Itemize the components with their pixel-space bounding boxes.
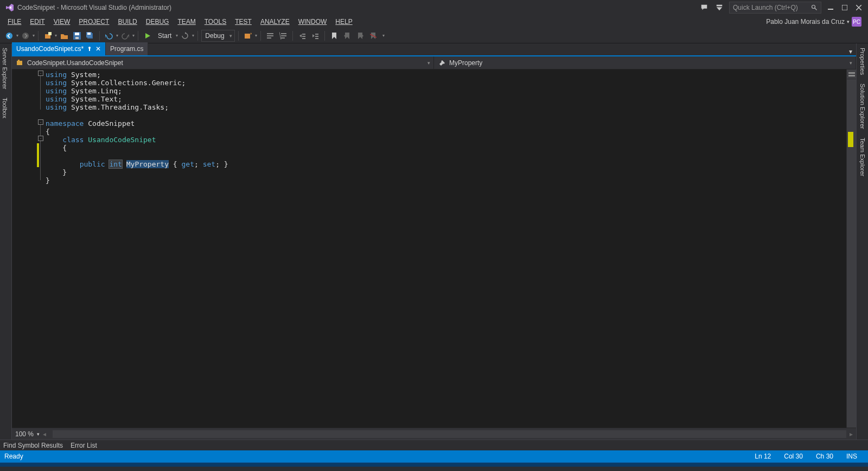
save-button[interactable] [71, 30, 83, 42]
document-tabs: UsandoCodeSnipet.cs* ✕ Program.cs ▾ [12, 43, 856, 56]
menu-tools[interactable]: TOOLS [200, 16, 231, 27]
menu-edit[interactable]: EDIT [25, 16, 49, 27]
split-handle-icon[interactable] [847, 69, 856, 79]
collapse-region-icon[interactable]: - [38, 136, 43, 141]
notifications-icon[interactable] [712, 1, 727, 14]
menu-project[interactable]: PROJECT [74, 16, 113, 27]
svg-rect-29 [315, 38, 318, 39]
svg-rect-15 [87, 33, 91, 35]
menu-build[interactable]: BUILD [113, 16, 141, 27]
solution-config-dropdown[interactable]: Debug [201, 30, 234, 42]
menu-analyze[interactable]: ANALYZE [256, 16, 294, 27]
svg-rect-9 [48, 32, 52, 35]
quick-launch-input[interactable]: Quick Launch (Ctrl+Q) [729, 2, 821, 14]
start-debug-button[interactable] [142, 30, 154, 42]
clear-bookmarks-icon[interactable] [367, 30, 379, 42]
minimize-button[interactable] [824, 1, 838, 14]
svg-rect-21 [281, 35, 286, 36]
menu-test[interactable]: TEST [231, 16, 256, 27]
scrollbar-change-marker [848, 132, 853, 147]
maximize-button[interactable] [838, 1, 852, 14]
status-ready: Ready [4, 453, 23, 460]
bookmark-icon[interactable] [328, 30, 340, 42]
collapse-region-icon[interactable]: - [38, 71, 43, 76]
svg-rect-20 [281, 33, 286, 34]
doc-tab-inactive[interactable]: Program.cs [106, 42, 148, 55]
doc-tab-active[interactable]: UsandoCodeSnipet.cs* ✕ [12, 42, 106, 55]
svg-point-0 [812, 5, 815, 9]
properties-tab[interactable]: Properties [858, 43, 867, 79]
error-list-tab[interactable]: Error List [71, 442, 97, 449]
indent-icon[interactable] [309, 30, 321, 42]
user-avatar: PC [852, 17, 861, 27]
menu-help[interactable]: HELP [331, 16, 356, 27]
nav-left-dropdown[interactable]: CodeSnippet.UsandoCodeSnipet [12, 56, 434, 69]
comment-out-icon[interactable] [264, 30, 276, 42]
start-label[interactable]: Start [155, 32, 175, 40]
bottom-panel-tabs: Find Symbol Results Error List [0, 440, 868, 450]
horizontal-scrollbar[interactable] [53, 430, 846, 438]
toolbox-tab[interactable]: Toolbox [0, 93, 11, 123]
outdent-icon[interactable] [296, 30, 308, 42]
prev-bookmark-icon[interactable] [341, 30, 353, 42]
quick-launch-placeholder: Quick Launch (Ctrl+Q) [733, 4, 798, 11]
code-editor[interactable]: - - - using System; using System.Collect… [12, 69, 856, 428]
property-icon [438, 59, 446, 67]
svg-rect-33 [17, 61, 22, 65]
menu-window[interactable]: WINDOW [294, 16, 331, 27]
svg-rect-11 [75, 33, 79, 35]
search-icon [811, 4, 818, 11]
svg-rect-17 [267, 33, 273, 34]
windows-taskbar[interactable] [0, 462, 868, 467]
editor-margin [12, 69, 38, 428]
find-in-files-icon[interactable] [242, 30, 254, 42]
svg-rect-34 [18, 60, 20, 61]
feedback-icon[interactable] [697, 1, 712, 14]
undo-button[interactable] [103, 30, 115, 42]
vertical-scrollbar[interactable] [846, 69, 856, 428]
uncomment-icon[interactable] [277, 30, 289, 42]
svg-rect-19 [267, 37, 271, 39]
svg-rect-16 [245, 34, 250, 39]
nav-right-dropdown[interactable]: MyProperty [434, 56, 856, 69]
svg-point-7 [22, 32, 29, 39]
menu-view[interactable]: VIEW [49, 16, 75, 27]
next-bookmark-icon[interactable] [354, 30, 366, 42]
active-files-dropdown[interactable]: ▾ [845, 48, 856, 55]
close-tab-icon[interactable]: ✕ [95, 45, 101, 53]
new-project-button[interactable] [42, 30, 54, 42]
code-text[interactable]: using System; using System.Collections.G… [44, 69, 846, 428]
toolbar: ▾ ▾ ▾ ▾ ▾ Start ▾ ▾ Debug ▾ ▾ [0, 28, 868, 43]
server-explorer-tab[interactable]: Server Explorer [0, 43, 11, 93]
collapse-region-icon[interactable]: - [38, 119, 43, 125]
svg-rect-25 [302, 36, 305, 37]
menu-file[interactable]: FILE [3, 16, 25, 27]
zoom-level[interactable]: 100 % [15, 430, 34, 438]
menu-team[interactable]: TEAM [173, 16, 200, 27]
pin-icon[interactable] [87, 46, 92, 52]
editor-navbar: CodeSnippet.UsandoCodeSnipet MyProperty [12, 56, 856, 69]
redo-button[interactable] [119, 30, 131, 42]
open-file-button[interactable] [58, 30, 70, 42]
solution-explorer-tab[interactable]: Solution Explorer [858, 79, 867, 133]
team-explorer-tab[interactable]: Team Explorer [858, 133, 867, 181]
svg-rect-12 [75, 37, 79, 39]
find-symbol-results-tab[interactable]: Find Symbol Results [3, 442, 63, 449]
left-tool-well: Server Explorer Toolbox [0, 43, 12, 440]
svg-rect-3 [842, 5, 847, 10]
svg-rect-2 [828, 9, 833, 10]
svg-rect-24 [302, 34, 305, 35]
menu-debug[interactable]: DEBUG [142, 16, 174, 27]
close-button[interactable] [852, 1, 866, 14]
svg-point-6 [6, 32, 12, 39]
browser-link-refresh-icon[interactable] [179, 30, 191, 42]
signed-in-user[interactable]: Pablo Juan Morais da Cruz▾ PC [763, 17, 865, 27]
window-title: CodeSnippet - Microsoft Visual Studio (A… [17, 4, 171, 11]
nav-back-button[interactable] [3, 30, 15, 42]
svg-rect-22 [281, 37, 285, 39]
save-all-button[interactable] [84, 30, 96, 42]
nav-forward-button[interactable] [20, 30, 31, 42]
status-line: Ln 12 [748, 453, 777, 460]
outline-column[interactable]: - - - [38, 69, 44, 428]
vs-logo-icon [5, 3, 14, 12]
